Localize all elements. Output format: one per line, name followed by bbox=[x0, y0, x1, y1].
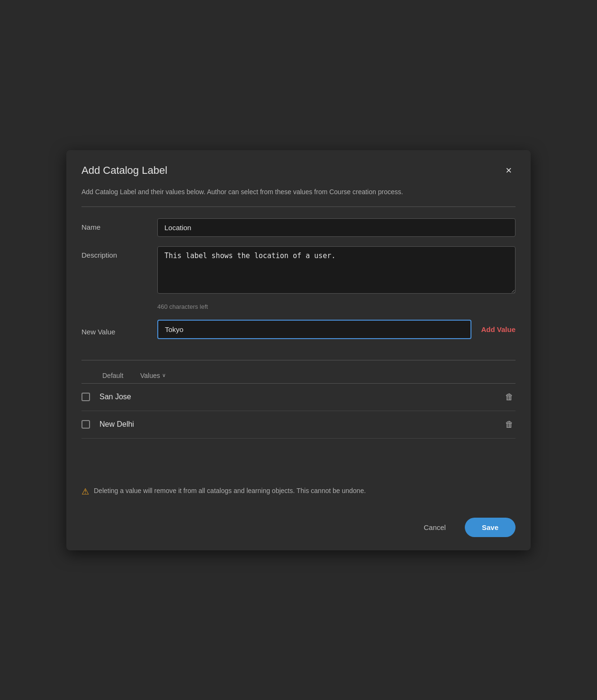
new-value-input[interactable] bbox=[157, 320, 471, 339]
table-header-values[interactable]: Values ∨ bbox=[140, 372, 166, 379]
table-section: Default Values ∨ San Jose 🗑 New Delhi bbox=[66, 360, 531, 446]
description-row: Description This label shows the locatio… bbox=[81, 246, 516, 294]
overlay: Add Catalog Label × Add Catalog Label an… bbox=[0, 0, 597, 700]
chevron-down-icon: ∨ bbox=[162, 372, 166, 378]
trash-icon: 🗑 bbox=[505, 392, 514, 402]
name-input[interactable] bbox=[157, 218, 516, 237]
row-2-delete-button[interactable]: 🗑 bbox=[503, 418, 516, 431]
name-row: Name bbox=[81, 218, 516, 237]
values-label: Values bbox=[140, 372, 160, 379]
char-count: 460 characters left bbox=[157, 303, 516, 310]
table-row: New Delhi 🗑 bbox=[81, 411, 516, 439]
new-value-label: New Value bbox=[81, 323, 157, 336]
warning-text: Deleting a value will remove it from all… bbox=[94, 486, 366, 496]
form-section: Name Description This label shows the lo… bbox=[66, 207, 531, 350]
dialog: Add Catalog Label × Add Catalog Label an… bbox=[66, 150, 531, 550]
row-1-delete-button[interactable]: 🗑 bbox=[503, 390, 516, 404]
dialog-footer: Cancel Save bbox=[66, 508, 531, 550]
row-1-checkbox[interactable] bbox=[81, 393, 90, 401]
table-header-default: Default bbox=[102, 372, 140, 379]
description-label: Description bbox=[81, 246, 157, 259]
dialog-title: Add Catalog Label bbox=[81, 164, 167, 177]
spacer bbox=[66, 446, 531, 475]
new-value-row: New Value Add Value bbox=[81, 320, 516, 339]
table-header: Default Values ∨ bbox=[81, 368, 516, 384]
name-label: Name bbox=[81, 218, 157, 231]
close-button[interactable]: × bbox=[502, 163, 516, 178]
row-1-value: San Jose bbox=[100, 393, 503, 401]
cancel-button[interactable]: Cancel bbox=[414, 519, 455, 536]
warning-icon: ⚠ bbox=[81, 486, 89, 497]
save-button[interactable]: Save bbox=[465, 518, 516, 537]
add-value-button[interactable]: Add Value bbox=[481, 325, 516, 333]
description-input[interactable]: This label shows the location of a user. bbox=[157, 246, 516, 294]
dialog-description: Add Catalog Label and their values below… bbox=[66, 187, 531, 206]
row-2-value: New Delhi bbox=[100, 420, 503, 429]
trash-icon: 🗑 bbox=[505, 420, 514, 430]
row-2-checkbox[interactable] bbox=[81, 420, 90, 429]
warning-section: ⚠ Deleting a value will remove it from a… bbox=[66, 475, 531, 508]
dialog-header: Add Catalog Label × bbox=[66, 150, 531, 187]
table-row: San Jose 🗑 bbox=[81, 384, 516, 411]
